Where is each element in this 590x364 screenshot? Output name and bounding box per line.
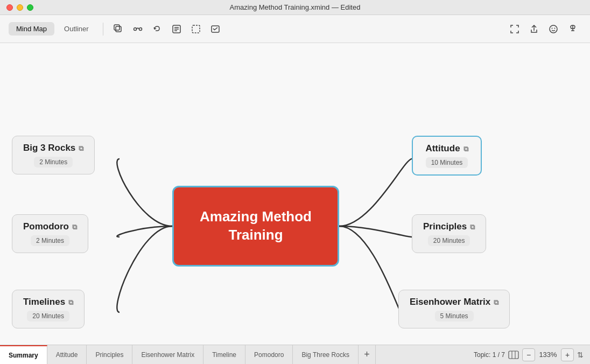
- minimize-button[interactable]: [17, 4, 23, 11]
- map-icon: [508, 351, 519, 359]
- share-icon-btn[interactable]: [525, 20, 543, 38]
- window-title: Amazing Method Training.xmind — Edited: [230, 3, 361, 11]
- node-eisenhower[interactable]: Eisenhower Matrix 5 Minutes: [398, 290, 510, 328]
- zoom-stepper[interactable]: ⇅: [577, 351, 584, 359]
- node-timelines-time: 20 Minutes: [27, 311, 69, 321]
- zoom-out-button[interactable]: −: [522, 348, 535, 361]
- node-pomodoro-title: Pomodoro: [23, 221, 69, 232]
- node-eisenhower-time: 5 Minutes: [435, 311, 474, 321]
- node-pomodoro-time: 2 Minutes: [31, 235, 69, 246]
- toolbar-divider: [103, 23, 103, 36]
- task-icon-btn[interactable]: [207, 20, 224, 38]
- svg-point-3: [139, 27, 142, 30]
- close-button[interactable]: [6, 4, 13, 11]
- tab-principles[interactable]: Principles: [87, 345, 132, 364]
- tab-eisenhower[interactable]: Eisenhower Matrix: [132, 345, 203, 364]
- svg-rect-0: [116, 26, 121, 32]
- node-attitude-time: 10 Minutes: [426, 157, 468, 168]
- bottom-tabs: Summary Attitude Principles Eisenhower M…: [0, 345, 590, 364]
- node-timelines-title: Timelines: [23, 297, 65, 307]
- copy-icon-principles[interactable]: [470, 221, 475, 232]
- tab-mindmap[interactable]: Mind Map: [9, 22, 54, 36]
- tab-pomodoro[interactable]: Pomodoro: [245, 345, 293, 364]
- svg-point-7: [550, 25, 557, 33]
- copy-icon-big3rocks[interactable]: [79, 143, 83, 153]
- fullscreen-button[interactable]: [27, 4, 33, 11]
- node-big3rocks-time: 2 Minutes: [34, 157, 73, 167]
- node-timelines[interactable]: Timelines 20 Minutes: [12, 290, 85, 328]
- zoom-in-button[interactable]: +: [561, 348, 574, 361]
- toolbar-right: [506, 20, 581, 38]
- bottom-right: Topic: 1 / 7 − 133% + ⇅: [467, 345, 590, 364]
- tab-summary[interactable]: Summary: [0, 345, 47, 364]
- node-principles-time: 20 Minutes: [428, 235, 470, 246]
- svg-rect-5: [192, 25, 200, 33]
- duplicate-icon-btn[interactable]: [110, 20, 127, 38]
- center-node-title: Amazing MethodTraining: [200, 208, 312, 244]
- undo-icon-btn[interactable]: [149, 20, 166, 38]
- traffic-lights: [6, 4, 33, 11]
- svg-rect-10: [509, 351, 518, 359]
- node-attitude-title: Attitude: [425, 143, 460, 154]
- copy-icon-attitude[interactable]: [463, 143, 468, 154]
- boundary-icon-btn[interactable]: [187, 20, 205, 38]
- tab-bigthreerocks[interactable]: Big Three Rocks: [293, 345, 358, 364]
- node-principles-title: Principles: [423, 221, 467, 232]
- topic-info: Topic: 1 / 7: [474, 351, 505, 359]
- copy-icon-pomodoro[interactable]: [72, 221, 77, 232]
- pin-icon-btn[interactable]: [564, 20, 581, 38]
- svg-point-2: [134, 27, 136, 30]
- node-big3rocks[interactable]: Big 3 Rocks 2 Minutes: [12, 136, 95, 174]
- copy-icon-eisenhower[interactable]: [494, 297, 498, 307]
- node-big3rocks-title: Big 3 Rocks: [23, 143, 75, 153]
- node-pomodoro[interactable]: Pomodoro 2 Minutes: [12, 214, 88, 253]
- svg-point-9: [554, 27, 556, 29]
- toolbar: Mind Map Outliner: [0, 15, 590, 43]
- svg-point-8: [552, 27, 553, 29]
- tab-attitude[interactable]: Attitude: [47, 345, 87, 364]
- zoom-value: 133%: [538, 351, 558, 359]
- node-eisenhower-title: Eisenhower Matrix: [410, 297, 490, 307]
- tab-outliner[interactable]: Outliner: [57, 22, 96, 36]
- copy-icon-timelines[interactable]: [68, 297, 73, 307]
- node-principles[interactable]: Principles 20 Minutes: [412, 214, 486, 253]
- relationship-icon-btn[interactable]: [129, 20, 146, 38]
- svg-rect-1: [114, 25, 120, 30]
- mindmap-canvas: Amazing MethodTraining Big 3 Rocks 2 Min…: [0, 43, 590, 345]
- emoji-icon-btn[interactable]: [545, 20, 562, 38]
- node-attitude[interactable]: Attitude 10 Minutes: [412, 136, 482, 176]
- summary-icon-btn[interactable]: [168, 20, 185, 38]
- fullscreen-icon-btn[interactable]: [506, 20, 523, 38]
- center-node[interactable]: Amazing MethodTraining: [172, 186, 339, 267]
- add-tab-button[interactable]: +: [359, 345, 376, 364]
- tab-timeline[interactable]: Timeline: [203, 345, 245, 364]
- title-bar: Amazing Method Training.xmind — Edited: [0, 0, 590, 15]
